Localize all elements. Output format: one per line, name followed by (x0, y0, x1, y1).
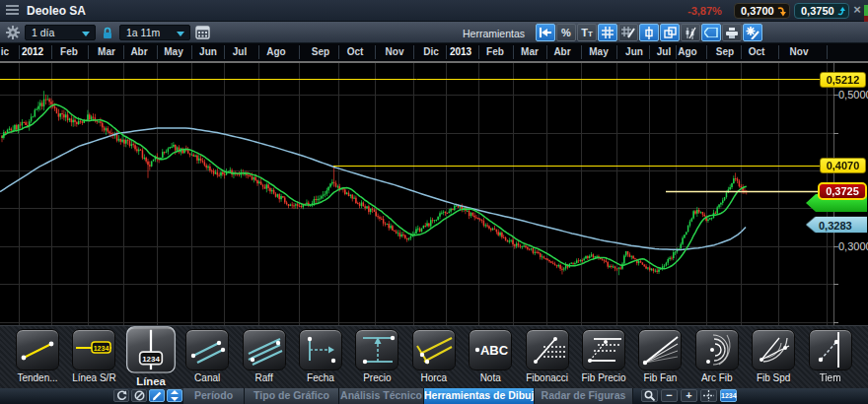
range-value: 1a 11m (126, 27, 160, 38)
year-label: 2013 (450, 46, 471, 57)
tool-label: Nota (468, 372, 513, 383)
pattern-icon[interactable] (681, 24, 700, 41)
tool-label: Fib Fan (637, 372, 683, 383)
range-dropdown[interactable]: 1a 11m (119, 25, 190, 40)
crosshair-icon[interactable] (700, 389, 717, 402)
bottom-bar: PeríodoTipo de GráficoAnálisis TécnicoHe… (0, 388, 868, 404)
axis-tick (123, 45, 124, 59)
tool-label: Línea S/R (71, 372, 116, 383)
axis-tick (706, 45, 707, 59)
month-label: Jul (233, 46, 247, 57)
fib-icon (526, 329, 569, 370)
grid-edit-icon[interactable] (618, 24, 638, 41)
tool-channel[interactable]: Canal (184, 329, 230, 383)
axis-tick (581, 45, 582, 59)
tool-fib-price[interactable]: Fib Precio (581, 329, 626, 383)
candlestick-icon[interactable] (639, 24, 659, 41)
tool-fib-fan[interactable]: Fib Fan (637, 329, 683, 383)
zoom-out-button[interactable]: − (661, 389, 678, 402)
axis-tick (19, 45, 20, 59)
month-label: Sep (716, 46, 734, 57)
percent-icon[interactable]: % (556, 24, 576, 41)
time-icon (809, 329, 852, 370)
tool-label: Fib Spd (751, 372, 796, 383)
price-axis-label: 0,5000 (838, 89, 868, 101)
zoom-controls: −+1234 (641, 389, 737, 402)
month-label: Mar (98, 46, 115, 57)
price-axis-label: 0,3000 (838, 240, 868, 252)
tool-date[interactable]: Fecha (298, 329, 343, 383)
bottom-icon-group (113, 389, 182, 402)
block-icon[interactable] (131, 389, 147, 402)
month-label: Nov (386, 46, 404, 57)
tool-trend[interactable]: Tenden... (15, 329, 60, 383)
time-axis[interactable]: ic2012FebMarAbrMayJunJulAgoSepOctNovDic2… (0, 43, 868, 61)
tab-radar-de-figuras[interactable]: Radar de Figuras (535, 388, 633, 404)
trend-icon (16, 329, 59, 370)
callout-icon[interactable] (701, 24, 721, 41)
tool-pitchfork[interactable]: Horca (411, 329, 457, 383)
tab-per-odo[interactable]: Período (183, 388, 245, 404)
values-badge[interactable]: 1234 (720, 389, 737, 402)
lock-icon[interactable] (102, 26, 113, 43)
axis-tick (338, 45, 339, 59)
fib-arc-icon (695, 329, 739, 370)
bid-price-badge[interactable]: 0,3700 (734, 3, 790, 19)
close-icon[interactable]: × (850, 3, 864, 17)
axis-tick (649, 45, 650, 59)
text-size-icon[interactable]: TT (577, 24, 597, 41)
pencil-icon[interactable] (149, 389, 165, 402)
dock-left-icon[interactable] (536, 24, 555, 41)
tool-fib[interactable]: Fibonacci (525, 329, 570, 383)
axis-tick (513, 45, 514, 59)
price-icon (355, 329, 398, 370)
tool-label: Fibonacci (525, 372, 570, 383)
axis-tick (616, 45, 617, 59)
magnifier-icon[interactable] (641, 389, 658, 402)
level-badge-05212[interactable]: 0,5212 (820, 72, 866, 88)
last-price-badge: 0,3725 (818, 182, 867, 200)
month-label: Sep (312, 46, 329, 57)
windows-icon[interactable] (660, 24, 680, 41)
zoom-in-button[interactable]: + (681, 389, 697, 402)
fib-fan-icon (638, 329, 682, 370)
tab-tipo-de-gr-fico[interactable]: Tipo de Gráfico (245, 388, 339, 404)
menu-icon[interactable] (6, 5, 20, 17)
axis-tick (546, 45, 547, 59)
tab-an-lisis-t-cnico[interactable]: Análisis Técnico (339, 388, 424, 404)
tool-note[interactable]: ABCNota (468, 329, 513, 383)
level-badge-04070[interactable]: 0,4070 (820, 158, 866, 173)
axis-tick (778, 45, 779, 59)
grid-icon[interactable] (598, 24, 617, 41)
month-label: Abr (130, 46, 147, 57)
tool-label: Raff (242, 372, 287, 383)
tab-herramientas-de-dibujo[interactable]: Herramientas de Dibujo (424, 388, 535, 404)
refresh-icon[interactable] (113, 389, 129, 402)
fib-price-icon (582, 329, 625, 370)
trading-app-window: Deoleo SA -3,87% 0,3700 0,3750 × (0, 0, 868, 404)
tool-raff[interactable]: Raff (242, 329, 287, 383)
tool-label: Tenden... (15, 372, 60, 383)
calendar-icon[interactable] (195, 25, 210, 43)
tool-time[interactable]: Tiem (808, 329, 853, 383)
chart-area[interactable]: 0,5000 0,3000 0,5212 0,4070 0,3725 0,328… (0, 61, 868, 325)
tool-line[interactable]: 1234Línea (125, 326, 177, 387)
tool-label: Fib Precio (581, 372, 626, 383)
tool-sr[interactable]: 1234Línea S/R (71, 329, 116, 383)
tool-fib-speed[interactable]: Fib Spd (751, 329, 796, 383)
tool-fib-arc[interactable]: Arc Fib (694, 329, 740, 383)
updown-icon[interactable] (167, 389, 182, 402)
period-dropdown[interactable]: 1 día (25, 25, 96, 40)
month-label: May (164, 46, 182, 57)
candlestick-chart[interactable] (0, 63, 833, 325)
settings-edit-icon[interactable] (743, 24, 762, 41)
raff-icon (243, 329, 286, 370)
tool-price[interactable]: Precio (354, 329, 399, 383)
printer-icon[interactable] (722, 24, 742, 41)
year-label: 2012 (22, 46, 43, 57)
price-axis-tick (833, 284, 838, 285)
gear-icon[interactable] (6, 26, 20, 39)
month-label: ic (1, 46, 9, 57)
ask-price-badge[interactable]: 0,3750 (794, 3, 849, 19)
tool-label: Canal (184, 372, 230, 383)
